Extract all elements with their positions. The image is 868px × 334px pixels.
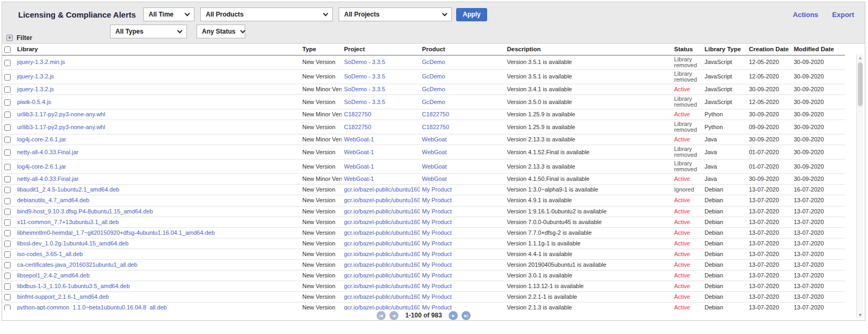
row-checkbox[interactable] <box>4 294 11 300</box>
scroll-down-icon[interactable]: ▼ <box>857 312 864 319</box>
product-link[interactable]: My Product <box>422 272 452 279</box>
row-checkbox[interactable] <box>4 74 11 81</box>
library-link[interactable]: jquery-1.3.2.js <box>17 86 54 92</box>
product-link[interactable]: C1822750 <box>422 124 449 130</box>
product-link[interactable]: WebGoat <box>422 149 447 155</box>
library-link[interactable]: libaudit1_2.4.5-1ubuntu2.1_amd64.deb <box>17 186 119 193</box>
column-header-creation-date[interactable]: Creation Date <box>747 44 792 55</box>
scroll-up-icon[interactable]: ▲ <box>857 54 864 61</box>
row-checkbox[interactable] <box>4 251 11 258</box>
row-checkbox[interactable] <box>4 164 11 170</box>
project-link[interactable]: gcr.io/bazel-public/ubuntu1604-b <box>344 283 420 289</box>
project-link[interactable]: gcr.io/bazel-public/ubuntu1604-b <box>344 229 420 236</box>
row-checkbox[interactable] <box>4 241 11 247</box>
product-link[interactable]: GcDemo <box>422 86 445 92</box>
expand-plus-icon[interactable]: + <box>6 35 13 41</box>
project-link[interactable]: gcr.io/bazel-public/ubuntu1604-b <box>344 208 420 214</box>
row-checkbox[interactable] <box>4 112 11 118</box>
product-link[interactable]: WebGoat <box>422 176 447 182</box>
library-link[interactable]: urllib3-1.17-py2.py3-none-any.whl <box>17 111 105 117</box>
project-link[interactable]: SoDemo - 3.3.5 <box>344 73 385 79</box>
row-checkbox[interactable] <box>4 99 11 106</box>
row-checkbox[interactable] <box>4 86 11 93</box>
column-header-status[interactable]: Status <box>672 44 702 55</box>
row-checkbox[interactable] <box>4 137 11 143</box>
library-link[interactable]: log4j-core-2.6.1.jar <box>17 163 66 170</box>
column-header-product[interactable]: Product <box>420 44 505 55</box>
project-link[interactable]: gcr.io/bazel-public/ubuntu1604-b <box>344 186 420 193</box>
column-header-library[interactable]: Library <box>15 44 300 55</box>
product-link[interactable]: GcDemo <box>422 73 445 79</box>
row-checkbox[interactable] <box>4 176 11 182</box>
library-link[interactable]: jquery-1.3.2.js <box>17 73 54 79</box>
row-checkbox[interactable] <box>4 219 11 226</box>
filter-toggle[interactable]: + Filter <box>6 34 32 42</box>
last-page-button[interactable]: ▶| <box>462 311 471 320</box>
project-link[interactable]: gcr.io/bazel-public/ubuntu1604-b <box>344 240 420 246</box>
library-link[interactable]: urllib3-1.17-py2.py3-none-any.whl <box>17 124 105 130</box>
library-link[interactable]: python-apt-common_1.1.0~beta1ubuntu0.16.… <box>17 304 167 310</box>
row-checkbox[interactable] <box>4 209 11 215</box>
row-checkbox[interactable] <box>4 60 11 66</box>
library-link[interactable]: libheimntlm0-heimdal_1.7~git20150920+dfs… <box>17 229 215 236</box>
library-link[interactable]: ca-certificates-java_20160321ubuntu1_all… <box>17 261 137 268</box>
library-link[interactable]: netty-all-4.0.33.Final.jar <box>17 176 79 182</box>
library-link[interactable]: iso-codes_3.65-1_all.deb <box>17 251 83 257</box>
product-link[interactable]: My Product <box>422 186 452 193</box>
library-link[interactable]: x11-common_7.7+13ubuntu3.1_all.deb <box>17 219 119 225</box>
row-checkbox[interactable] <box>4 124 11 131</box>
product-link[interactable]: My Product <box>422 283 452 289</box>
product-link[interactable]: My Product <box>422 293 452 300</box>
column-header-description[interactable]: Description <box>505 44 672 55</box>
project-link[interactable]: gcr.io/bazel-public/ubuntu1604-b <box>344 272 420 279</box>
row-checkbox[interactable] <box>4 230 11 236</box>
time-filter-select[interactable]: All Time <box>143 7 194 21</box>
next-page-button[interactable]: ▶ <box>449 311 458 320</box>
actions-link[interactable]: Actions <box>793 11 818 19</box>
product-link[interactable]: My Product <box>422 304 452 310</box>
library-link[interactable]: netty-all-4.0.33.Final.jar <box>17 149 79 155</box>
scrollbar-thumb[interactable] <box>858 62 863 106</box>
product-link[interactable]: C1822750 <box>422 111 449 117</box>
library-link[interactable]: debianutils_4.7_amd64.deb <box>17 197 89 203</box>
product-link[interactable]: GcDemo <box>422 99 445 105</box>
project-link[interactable]: C1822750 <box>344 111 371 117</box>
project-link[interactable]: gcr.io/bazel-public/ubuntu1604-b <box>344 261 420 268</box>
previous-page-button[interactable]: ◀ <box>389 311 398 320</box>
library-link[interactable]: libsepol1_2.4-2_amd64.deb <box>17 272 90 279</box>
library-link[interactable]: jquery-1.3.2.min.js <box>17 59 65 65</box>
product-link[interactable]: My Product <box>422 197 452 203</box>
export-link[interactable]: Export <box>832 11 854 19</box>
product-link[interactable]: GcDemo <box>422 59 445 65</box>
product-link[interactable]: WebGoat <box>422 136 447 142</box>
first-page-button[interactable]: |◀ <box>377 311 386 320</box>
project-link[interactable]: C1822750 <box>344 124 371 130</box>
project-link[interactable]: gcr.io/bazel-public/ubuntu1604-b <box>344 197 420 203</box>
project-link[interactable]: WebGoat-1 <box>344 176 374 182</box>
library-link[interactable]: libssl-dev_1.0.2g-1ubuntu4.15_amd64.deb <box>17 240 129 246</box>
row-checkbox[interactable] <box>4 283 11 290</box>
project-link[interactable]: gcr.io/bazel-public/ubuntu1604-b <box>344 293 420 300</box>
products-filter-select[interactable]: All Products <box>200 7 333 21</box>
project-link[interactable]: SoDemo - 3.3.5 <box>344 99 385 105</box>
column-header-modified-date[interactable]: Modified Date <box>792 44 845 55</box>
project-link[interactable]: WebGoat-1 <box>344 163 374 170</box>
column-header-project[interactable]: Project <box>342 44 420 55</box>
library-link[interactable]: binfmt-support_2.1.6-1_amd64.deb <box>17 293 109 300</box>
row-checkbox[interactable] <box>4 149 11 156</box>
row-checkbox[interactable] <box>4 198 11 204</box>
row-checkbox[interactable] <box>4 262 11 268</box>
library-link[interactable]: log4j-core-2.6.1.jar <box>17 136 66 142</box>
product-link[interactable]: WebGoat <box>422 163 447 170</box>
project-link[interactable]: WebGoat-1 <box>344 136 374 142</box>
vertical-scrollbar[interactable]: ▲ ▼ <box>856 54 863 319</box>
column-header-library-type[interactable]: Library Type <box>702 44 747 55</box>
product-link[interactable]: My Product <box>422 219 452 225</box>
project-link[interactable]: SoDemo - 3.3.5 <box>344 59 385 65</box>
library-link[interactable]: piwik-0.5.4.js <box>17 99 51 105</box>
project-link[interactable]: gcr.io/bazel-public/ubuntu1604-b <box>344 304 420 310</box>
product-link[interactable]: My Product <box>422 261 452 268</box>
select-all-checkbox[interactable] <box>4 46 11 53</box>
status-filter-select[interactable]: Any Status <box>197 25 245 38</box>
project-link[interactable]: gcr.io/bazel-public/ubuntu1604-b <box>344 251 420 257</box>
